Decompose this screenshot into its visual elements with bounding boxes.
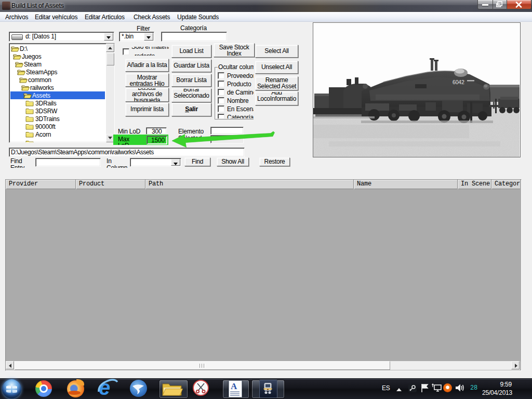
svg-text:6042: 6042: [453, 79, 464, 85]
